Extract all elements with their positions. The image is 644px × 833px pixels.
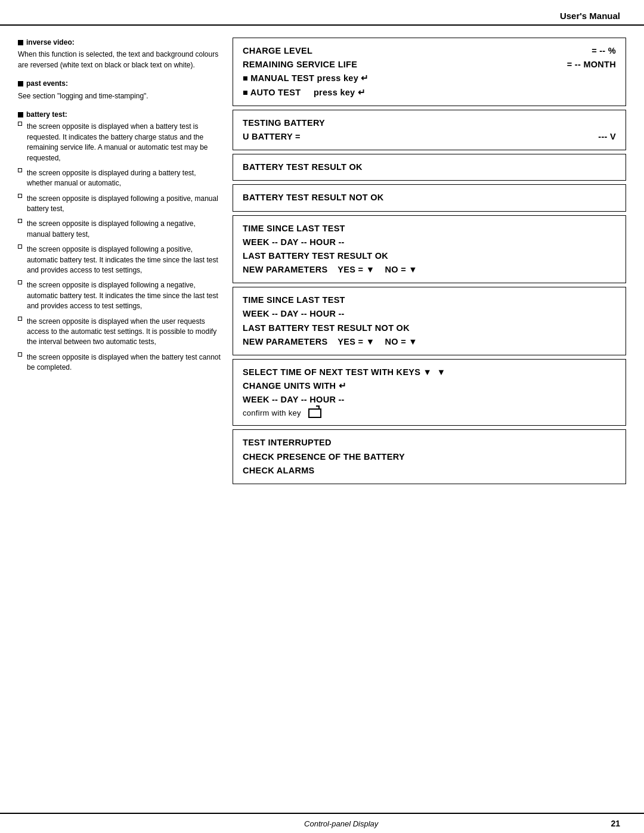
result-not-ok-box: BATTERY TEST RESULT NOT OK [233,184,626,211]
check-presence-label: CHECK PRESENCE OF THE BATTERY [243,450,405,464]
past-events-title: past events: [26,79,68,89]
battery-test-item-2: the screen opposite is displayed during … [18,168,221,189]
battery-test-item-5: the screen opposite is displayed followi… [18,244,221,275]
header-title: User's Manual [560,11,620,21]
footer-center-label: Control-panel Display [304,819,378,828]
time-since-label-2: TIME SINCE LAST TEST [243,293,345,307]
bullet-icon [18,40,23,45]
change-units-label: CHANGE UNITS WITH ↵ [243,379,346,393]
result-ok-label: BATTERY TEST RESULT OK [243,160,363,174]
change-units-line: CHANGE UNITS WITH ↵ [243,379,616,393]
small-bullet-icon [18,219,22,223]
testing-battery-line: TESTING BATTERY [243,116,616,130]
battery-test-item-6: the screen opposite is displayed followi… [18,280,221,311]
manual-test-label: ■ MANUAL TEST press key ↵ [243,72,369,85]
u-battery-value: --- V [598,130,616,144]
battery-test-item-1: the screen opposite is displayed when a … [18,122,221,163]
manual-test-line: ■ MANUAL TEST press key ↵ [243,72,616,85]
battery-test-item-2-text: the screen opposite is displayed during … [27,168,221,189]
battery-test-item-5-text: the screen opposite is displayed followi… [27,244,221,275]
week-day-hour-label-2: WEEK -- DAY -- HOUR -- [243,307,345,321]
result-ok-line: BATTERY TEST RESULT OK [243,160,616,174]
small-bullet-icon [18,168,22,172]
battery-test-item-3: the screen opposite is displayed followi… [18,194,221,215]
small-bullet-icon [18,352,22,357]
select-time-box: SELECT TIME OF NEXT TEST WITH KEYS ▼ ▼ C… [233,359,626,426]
auto-negative-box: TIME SINCE LAST TEST WEEK -- DAY -- HOUR… [233,287,626,355]
select-time-label: SELECT TIME OF NEXT TEST WITH KEYS ▼ ▼ [243,366,446,379]
auto-test-line: ■ AUTO TEST press key ↵ [243,86,616,100]
footer-page-number: 21 [611,819,620,828]
main-content: inverse video: When this function is sel… [0,26,644,813]
battery-test-item-8-text: the screen opposite is displayed when th… [27,352,221,373]
week-day-hour-line-2: WEEK -- DAY -- HOUR -- [243,307,616,321]
confirm-key-line: confirm with key [243,407,616,420]
remaining-service-label: REMAINING SERVICE LIFE [243,58,357,72]
past-events-body: See section "logging and time-stamping". [18,91,221,101]
week-day-hour-line-3: WEEK -- DAY -- HOUR -- [243,393,616,407]
new-params-line-1: NEW PARAMETERS YES = ▼ NO = ▼ [243,263,616,277]
battery-test-item-1-text: the screen opposite is displayed when a … [27,122,221,163]
page-header: User's Manual [0,0,644,26]
battery-test-item-3-text: the screen opposite is displayed followi… [27,194,221,215]
section-title-past-events: past events: [18,79,221,89]
time-since-label-1: TIME SINCE LAST TEST [243,222,345,236]
week-day-hour-line-1: WEEK -- DAY -- HOUR -- [243,236,616,249]
auto-positive-box: TIME SINCE LAST TEST WEEK -- DAY -- HOUR… [233,215,626,284]
last-battery-not-ok-line: LAST BATTERY TEST RESULT NOT OK [243,321,616,335]
battery-test-item-7-text: the screen opposite is displayed when th… [27,317,221,348]
u-battery-label: U BATTERY = [243,130,301,144]
time-since-line-2: TIME SINCE LAST TEST [243,293,616,307]
testing-battery-label: TESTING BATTERY [243,116,325,130]
left-section-past-events: past events: See section "logging and ti… [18,79,221,101]
section-title-battery-test: battery test: [18,110,221,120]
last-battery-not-ok-label: LAST BATTERY TEST RESULT NOT OK [243,321,410,335]
small-bullet-icon [18,194,22,198]
last-battery-ok-label: LAST BATTERY TEST RESULT OK [243,249,388,263]
confirm-key-label: confirm with key [243,407,321,420]
new-params-label-1: NEW PARAMETERS YES = ▼ NO = ▼ [243,263,417,277]
charge-level-box: CHARGE LEVEL = -- % REMAINING SERVICE LI… [233,38,626,106]
auto-test-label: ■ AUTO TEST press key ↵ [243,86,366,100]
battery-test-item-8: the screen opposite is displayed when th… [18,352,221,373]
page-footer: Control-panel Display 21 [0,813,644,833]
result-not-ok-label: BATTERY TEST RESULT NOT OK [243,191,384,205]
test-interrupted-label: TEST INTERRUPTED [243,436,332,450]
charge-level-line: CHARGE LEVEL = -- % [243,44,616,58]
test-interrupted-box: TEST INTERRUPTED CHECK PRESENCE OF THE B… [233,429,626,484]
new-params-line-2: NEW PARAMETERS YES = ▼ NO = ▼ [243,335,616,349]
section-title-inverse-video: inverse video: [18,38,221,48]
bullet-icon [18,112,23,117]
page-wrapper: User's Manual inverse video: When this f… [0,0,644,833]
small-bullet-icon [18,317,22,321]
battery-test-title: battery test: [26,110,67,120]
right-column: CHARGE LEVEL = -- % REMAINING SERVICE LI… [233,38,626,807]
battery-test-item-6-text: the screen opposite is displayed followi… [27,280,221,311]
left-column: inverse video: When this function is sel… [18,38,221,807]
week-day-hour-label-1: WEEK -- DAY -- HOUR -- [243,236,345,249]
bullet-icon [18,81,23,86]
inverse-video-body: When this function is selected, the text… [18,49,221,70]
new-params-label-2: NEW PARAMETERS YES = ▼ NO = ▼ [243,335,417,349]
result-not-ok-line: BATTERY TEST RESULT NOT OK [243,191,616,205]
charge-level-label: CHARGE LEVEL [243,44,312,58]
left-section-battery-test: battery test: the screen opposite is dis… [18,110,221,373]
battery-test-item-7: the screen opposite is displayed when th… [18,317,221,348]
test-interrupted-line: TEST INTERRUPTED [243,436,616,450]
small-bullet-icon [18,244,22,249]
week-day-hour-label-3: WEEK -- DAY -- HOUR -- [243,393,345,407]
check-alarms-line: CHECK ALARMS [243,464,616,478]
battery-test-item-4: the screen opposite is displayed followi… [18,219,221,240]
check-presence-line: CHECK PRESENCE OF THE BATTERY [243,450,616,464]
small-bullet-icon [18,280,22,284]
u-battery-line: U BATTERY = --- V [243,130,616,144]
charge-level-value: = -- % [592,44,616,58]
battery-test-item-4-text: the screen opposite is displayed followi… [27,219,221,240]
inverse-video-title: inverse video: [26,38,75,48]
check-alarms-label: CHECK ALARMS [243,464,315,478]
last-battery-ok-line: LAST BATTERY TEST RESULT OK [243,249,616,263]
small-bullet-icon [18,122,22,126]
remaining-service-line: REMAINING SERVICE LIFE = -- MONTH [243,58,616,72]
left-section-inverse-video: inverse video: When this function is sel… [18,38,221,70]
remaining-service-value: = -- MONTH [567,58,616,72]
